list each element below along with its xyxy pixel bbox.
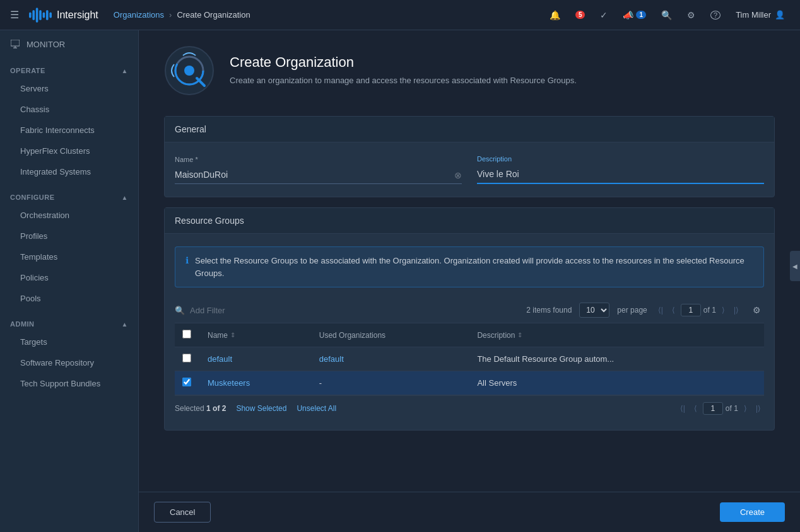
- settings-icon: ⚙: [687, 10, 695, 20]
- used-orgs-sort-btn[interactable]: Used Organizations: [319, 331, 462, 340]
- top-pagination: ⟨| ⟨ of 1 ⟩ |⟩: [655, 304, 742, 316]
- show-selected-button[interactable]: Show Selected: [236, 404, 286, 413]
- name-sort-icon: ⇕: [230, 332, 235, 338]
- tasks-button[interactable]: ✓: [595, 6, 613, 24]
- per-page-label: per page: [617, 306, 647, 315]
- first-page-btn[interactable]: ⟨|: [655, 304, 666, 316]
- breadcrumb-parent[interactable]: Organizations: [114, 10, 164, 20]
- sidebar-item-pools[interactable]: Pools: [0, 288, 138, 309]
- row2-checkbox[interactable]: [182, 378, 191, 386]
- fabric-interconnects-label: Fabric Interconnects: [20, 125, 95, 135]
- sidebar-item-orchestration[interactable]: Orchestration: [0, 205, 138, 226]
- sidebar-item-servers[interactable]: Servers: [0, 78, 138, 99]
- megaphone-icon: 📣: [623, 10, 633, 20]
- admin-header[interactable]: ADMIN ▲: [0, 314, 138, 332]
- bottom-pagination: ⟨| ⟨ of 1 ⟩ |⟩: [677, 402, 764, 415]
- bottom-page-number-input[interactable]: [703, 402, 723, 415]
- resource-groups-table: Name ⇕ Used Organizations: [175, 323, 764, 395]
- select-all-checkbox[interactable]: [182, 330, 191, 338]
- help-button[interactable]: ?: [705, 7, 726, 23]
- cisco-logo-icon: [29, 8, 52, 23]
- sidebar-item-integrated-systems[interactable]: Integrated Systems: [0, 161, 138, 182]
- right-panel-collapse-button[interactable]: ◀: [790, 251, 800, 281]
- sidebar-item-profiles[interactable]: Profiles: [0, 226, 138, 246]
- user-avatar-icon: 👤: [775, 10, 785, 20]
- announcements-button[interactable]: 📣 1: [618, 6, 651, 24]
- last-page-btn[interactable]: |⟩: [731, 304, 742, 316]
- unselect-all-button[interactable]: Unselect All: [297, 404, 336, 413]
- wizard-description: Create an organization to manage and acc…: [230, 74, 577, 87]
- settings-button[interactable]: ⚙: [682, 6, 700, 24]
- name-label: Name *: [175, 156, 462, 163]
- sidebar-item-monitor[interactable]: MONITOR: [0, 33, 138, 55]
- policies-label: Policies: [20, 273, 49, 282]
- scrollable-content: Create Organization Create an organizati…: [139, 30, 800, 492]
- menu-button[interactable]: ☰: [10, 9, 19, 21]
- name-column-header: Name ⇕: [200, 323, 312, 347]
- user-menu[interactable]: Tim Miller 👤: [731, 10, 790, 20]
- resource-groups-info-box: ℹ Select the Resource Groups to be assoc…: [175, 246, 764, 287]
- per-page-select[interactable]: 10 25 50: [579, 303, 609, 318]
- page-number-input[interactable]: [681, 304, 701, 316]
- breadcrumb-separator: ›: [169, 10, 172, 20]
- svg-rect-7: [11, 40, 20, 46]
- header-actions: 🔔 5 ✓ 📣 1 🔍 ⚙ ? Tim Miller 👤: [544, 6, 790, 24]
- cancel-button[interactable]: Cancel: [154, 502, 211, 523]
- clear-name-icon[interactable]: ⊗: [454, 170, 462, 180]
- row2-name-link[interactable]: Musketeers: [208, 378, 250, 388]
- filter-input[interactable]: [190, 306, 519, 315]
- bottom-first-page-btn[interactable]: ⟨|: [677, 402, 688, 415]
- used-orgs-column-header: Used Organizations: [312, 323, 470, 347]
- prev-page-btn[interactable]: ⟨: [669, 304, 678, 316]
- description-sort-btn[interactable]: Description ⇕: [477, 331, 756, 340]
- orchestration-label: Orchestration: [20, 211, 69, 220]
- app-name: Intersight: [57, 9, 98, 21]
- bell-icon: 🔔: [550, 10, 560, 20]
- operate-header[interactable]: OPERATE ▲: [0, 61, 138, 78]
- name-sort-btn[interactable]: Name ⇕: [208, 331, 304, 340]
- bottom-next-page-btn[interactable]: ⟩: [741, 402, 750, 415]
- svg-rect-0: [29, 12, 32, 18]
- top-header: ☰ Intersight Organizations › Create Orga…: [0, 0, 800, 30]
- general-section-body: Name * ⊗ Description: [165, 142, 774, 197]
- sidebar-item-hyperflex-clusters[interactable]: HyperFlex Clusters: [0, 141, 138, 161]
- description-input[interactable]: [477, 165, 764, 184]
- bottom-prev-page-btn[interactable]: ⟨: [691, 402, 700, 415]
- wizard-text: Create Organization Create an organizati…: [230, 54, 577, 87]
- bottom-last-page-btn[interactable]: |⟩: [753, 402, 764, 415]
- configure-label: CONFIGURE: [10, 194, 55, 201]
- create-button[interactable]: Create: [720, 502, 785, 522]
- sidebar-item-tech-support-bundles[interactable]: Tech Support Bundles: [0, 373, 138, 394]
- sidebar-item-targets[interactable]: Targets: [0, 332, 138, 352]
- sidebar-item-policies[interactable]: Policies: [0, 267, 138, 288]
- wizard-icon: [164, 45, 215, 96]
- row2-name-cell: Musketeers: [200, 371, 312, 395]
- general-section-card: General Name * ⊗ Description: [164, 116, 775, 197]
- sidebar: MONITOR OPERATE ▲ Servers Chassis Fabric…: [0, 30, 139, 532]
- table-toolbar: 🔍 2 items found 10 25 50 per page: [175, 298, 764, 323]
- row1-used-orgs-link[interactable]: default: [319, 354, 344, 364]
- row1-checkbox[interactable]: [182, 354, 191, 362]
- info-icon: ℹ: [185, 255, 189, 279]
- configure-header[interactable]: CONFIGURE ▲: [0, 187, 138, 205]
- row1-name-link[interactable]: default: [208, 354, 232, 364]
- sidebar-item-chassis[interactable]: Chassis: [0, 99, 138, 120]
- sidebar-item-templates[interactable]: Templates: [0, 246, 138, 267]
- notifications-button[interactable]: 🔔: [544, 6, 565, 24]
- breadcrumb-current: Create Organization: [177, 10, 250, 20]
- description-label: Description: [477, 155, 764, 163]
- name-input[interactable]: [175, 166, 462, 184]
- operate-label: OPERATE: [10, 67, 45, 74]
- alerts-badge: 5: [575, 11, 585, 19]
- alerts-button[interactable]: 5: [570, 7, 591, 23]
- svg-rect-3: [39, 9, 42, 20]
- sidebar-item-software-repository[interactable]: Software Repository: [0, 352, 138, 373]
- sidebar-item-fabric-interconnects[interactable]: Fabric Interconnects: [0, 120, 138, 141]
- table-settings-button[interactable]: ⚙: [750, 303, 764, 317]
- announce-badge: 1: [636, 11, 646, 19]
- tasks-icon: ✓: [600, 10, 608, 20]
- next-page-btn[interactable]: ⟩: [719, 304, 728, 316]
- search-button[interactable]: 🔍: [656, 6, 677, 24]
- table-row: default default The Default Resource Gro…: [175, 347, 764, 371]
- select-all-header: [175, 323, 200, 347]
